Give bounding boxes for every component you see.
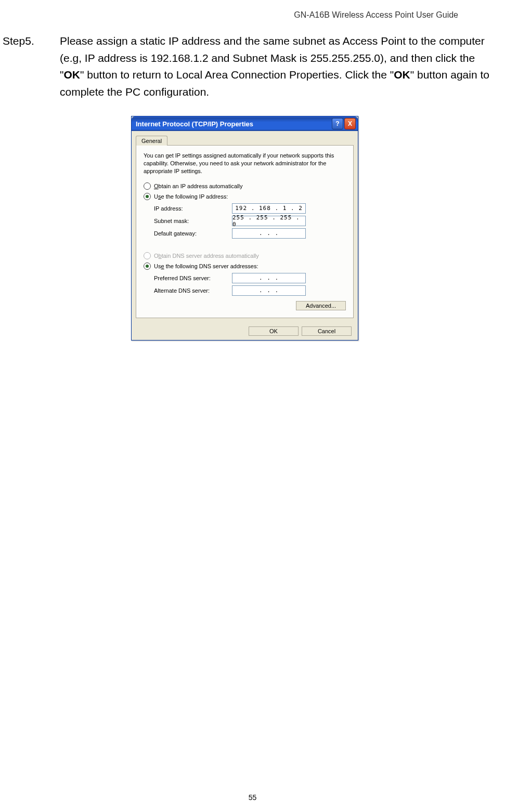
ip-address-input[interactable]: 192 . 168 . 1 . 2 (232, 203, 306, 214)
tcpip-properties-dialog: Internet Protocol (TCP/IP) Properties ? … (131, 116, 358, 340)
alternate-dns-input[interactable]: . . . (232, 285, 306, 296)
titlebar[interactable]: Internet Protocol (TCP/IP) Properties ? … (132, 116, 358, 131)
step5-block: Step5. Please assign a static IP address… (0, 33, 489, 100)
ip-address-label: IP address: (154, 205, 232, 212)
advanced-button[interactable]: Advanced... (296, 301, 346, 310)
default-gateway-label: Default gateway: (154, 230, 232, 237)
ok-button[interactable]: OK (249, 326, 299, 336)
radio-obtain-ip-label: Obtain an IP address automatically (154, 183, 242, 189)
radio-obtain-ip[interactable]: Obtain an IP address automatically (144, 182, 346, 190)
preferred-dns-input[interactable]: . . . (232, 273, 306, 283)
radio-use-ip[interactable]: Use the following IP address: (144, 193, 346, 200)
subnet-mask-label: Subnet mask: (154, 218, 232, 224)
doc-header: GN-A16B Wireless Access Point User Guide (0, 10, 489, 20)
page-number: 55 (0, 793, 505, 802)
alternate-dns-label: Alternate DNS server: (154, 287, 232, 294)
default-gateway-input[interactable]: . . . (232, 228, 306, 239)
step-ok-1: OK (63, 69, 80, 81)
step-label: Step5. (3, 33, 60, 100)
radio-use-dns-label: Use the following DNS server addresses: (154, 263, 258, 269)
radio-use-ip-label: Use the following IP address: (154, 193, 228, 200)
radio-icon (144, 252, 151, 259)
radio-icon (144, 263, 151, 270)
dialog-title: Internet Protocol (TCP/IP) Properties (136, 120, 253, 128)
dns-group: Preferred DNS server: . . . Alternate DN… (144, 273, 346, 296)
radio-use-dns[interactable]: Use the following DNS server addresses: (144, 263, 346, 270)
dialog-description: You can get IP settings assigned automat… (144, 152, 346, 175)
step-text-part2: " button to return to Local Area Connect… (80, 69, 394, 81)
close-icon[interactable]: X (344, 118, 356, 129)
radio-icon (144, 182, 151, 190)
radio-obtain-dns-label: Obtain DNS server address automatically (154, 253, 259, 259)
radio-obtain-dns: Obtain DNS server address automatically (144, 252, 346, 259)
subnet-mask-input[interactable]: 255 . 255 . 255 . 0 (232, 216, 306, 226)
step-text: Please assign a static IP address and th… (60, 33, 489, 100)
ip-group: IP address: 192 . 168 . 1 . 2 Subnet mas… (144, 203, 346, 243)
cancel-button[interactable]: Cancel (302, 326, 352, 336)
tab-general[interactable]: General (136, 136, 167, 146)
help-icon[interactable]: ? (332, 118, 343, 129)
step-ok-2: OK (394, 69, 410, 81)
radio-icon (144, 193, 151, 200)
preferred-dns-label: Preferred DNS server: (154, 275, 232, 281)
